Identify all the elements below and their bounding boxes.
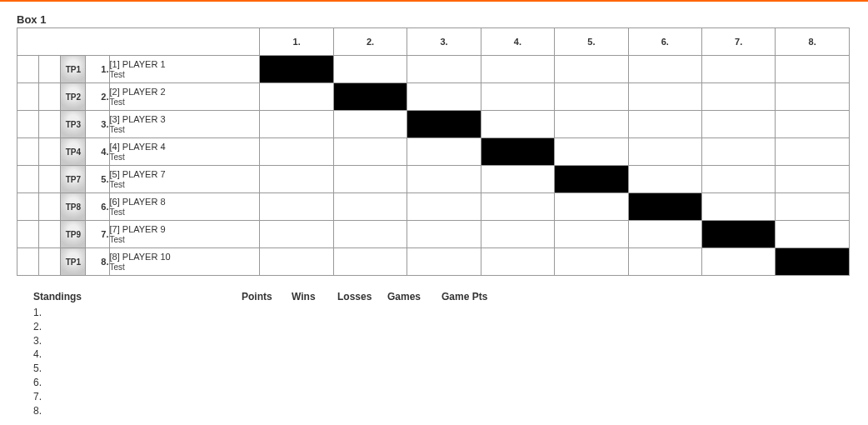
match-cell[interactable] bbox=[260, 248, 333, 276]
match-cell[interactable] bbox=[555, 111, 628, 138]
match-cell[interactable] bbox=[628, 221, 701, 248]
match-cell[interactable] bbox=[776, 221, 850, 248]
match-cell[interactable] bbox=[776, 193, 850, 221]
standings-item: 3. bbox=[33, 334, 217, 348]
table-row: TP18.[8] PLAYER 10Test bbox=[17, 248, 850, 276]
match-cell[interactable] bbox=[555, 138, 628, 166]
match-cell[interactable] bbox=[407, 193, 481, 221]
player-club: Test bbox=[110, 152, 260, 162]
player-name: PLAYER 8 bbox=[122, 197, 166, 207]
player-name-cell: [3] PLAYER 3Test bbox=[109, 111, 260, 138]
player-code: TP7 bbox=[61, 166, 86, 193]
player-club: Test bbox=[110, 180, 260, 190]
match-cell[interactable] bbox=[333, 193, 407, 221]
match-cell[interactable] bbox=[407, 166, 481, 193]
self-cell bbox=[481, 138, 554, 166]
match-cell[interactable] bbox=[702, 193, 776, 221]
match-cell[interactable] bbox=[555, 248, 628, 276]
match-cell[interactable] bbox=[260, 221, 333, 248]
row-stub bbox=[39, 166, 61, 193]
col-header-7: 7. bbox=[702, 28, 776, 56]
match-cell[interactable] bbox=[333, 248, 407, 276]
match-cell[interactable] bbox=[481, 193, 554, 221]
player-name-cell: [1] PLAYER 1Test bbox=[109, 56, 260, 83]
match-cell[interactable] bbox=[555, 221, 628, 248]
player-code: TP8 bbox=[61, 193, 86, 221]
match-cell[interactable] bbox=[628, 56, 701, 83]
match-cell[interactable] bbox=[702, 138, 776, 166]
match-cell[interactable] bbox=[555, 193, 628, 221]
match-cell[interactable] bbox=[407, 221, 481, 248]
player-seed: [6] bbox=[110, 197, 122, 207]
player-number: 2. bbox=[86, 83, 109, 111]
col-games: Games bbox=[387, 291, 433, 302]
match-cell[interactable] bbox=[481, 166, 554, 193]
match-cell[interactable] bbox=[628, 138, 701, 166]
match-cell[interactable] bbox=[702, 248, 776, 276]
match-cell[interactable] bbox=[628, 166, 701, 193]
player-number: 1. bbox=[86, 56, 109, 83]
player-code: TP2 bbox=[61, 83, 86, 111]
row-stub bbox=[39, 83, 61, 111]
match-cell[interactable] bbox=[407, 138, 481, 166]
match-cell[interactable] bbox=[407, 248, 481, 276]
player-seed: [4] bbox=[110, 142, 122, 152]
match-cell[interactable] bbox=[481, 56, 554, 83]
match-cell[interactable] bbox=[628, 111, 701, 138]
row-stub bbox=[17, 193, 39, 221]
match-cell[interactable] bbox=[407, 83, 481, 111]
match-cell[interactable] bbox=[555, 83, 628, 111]
match-cell[interactable] bbox=[628, 248, 701, 276]
col-header-4: 4. bbox=[481, 28, 554, 56]
col-header-8: 8. bbox=[776, 28, 850, 56]
match-cell[interactable] bbox=[628, 83, 701, 111]
match-cell[interactable] bbox=[481, 248, 554, 276]
match-cell[interactable] bbox=[776, 111, 850, 138]
match-cell[interactable] bbox=[407, 56, 481, 83]
row-stub bbox=[17, 221, 39, 248]
standings-item: 5. bbox=[33, 362, 217, 376]
player-seed: [7] bbox=[110, 224, 122, 234]
standings-item: 1. bbox=[33, 306, 217, 320]
table-row: TP11.[1] PLAYER 1Test bbox=[17, 56, 850, 83]
match-cell[interactable] bbox=[481, 111, 554, 138]
match-cell[interactable] bbox=[702, 166, 776, 193]
row-stub bbox=[17, 111, 39, 138]
match-cell[interactable] bbox=[260, 111, 333, 138]
match-cell[interactable] bbox=[333, 221, 407, 248]
match-cell[interactable] bbox=[260, 193, 333, 221]
match-cell[interactable] bbox=[776, 56, 850, 83]
col-header-1: 1. bbox=[260, 28, 333, 56]
match-cell[interactable] bbox=[481, 83, 554, 111]
player-code: TP4 bbox=[61, 138, 86, 166]
player-club: Test bbox=[110, 208, 260, 218]
row-stub bbox=[39, 138, 61, 166]
match-cell[interactable] bbox=[260, 138, 333, 166]
match-cell[interactable] bbox=[555, 56, 628, 83]
match-cell[interactable] bbox=[702, 111, 776, 138]
row-stub bbox=[39, 193, 61, 221]
match-cell[interactable] bbox=[260, 83, 333, 111]
match-cell[interactable] bbox=[481, 221, 554, 248]
player-code: TP9 bbox=[61, 221, 86, 248]
player-name: PLAYER 9 bbox=[122, 224, 166, 234]
player-code: TP1 bbox=[61, 248, 86, 276]
match-cell[interactable] bbox=[776, 83, 850, 111]
match-cell[interactable] bbox=[333, 166, 407, 193]
match-cell[interactable] bbox=[702, 56, 776, 83]
player-club: Test bbox=[110, 235, 260, 245]
match-cell[interactable] bbox=[260, 166, 333, 193]
row-stub bbox=[39, 221, 61, 248]
player-number: 7. bbox=[86, 221, 109, 248]
player-name: PLAYER 10 bbox=[122, 252, 171, 262]
standings-item: 2. bbox=[33, 320, 217, 334]
match-cell[interactable] bbox=[333, 111, 407, 138]
match-cell[interactable] bbox=[333, 138, 407, 166]
match-cell[interactable] bbox=[776, 138, 850, 166]
standings-list: 1.2.3.4.5.6.7.8. bbox=[33, 306, 217, 418]
match-cell[interactable] bbox=[333, 56, 407, 83]
match-cell[interactable] bbox=[776, 166, 850, 193]
col-wins: Wins bbox=[292, 291, 329, 302]
match-cell[interactable] bbox=[702, 83, 776, 111]
col-losses: Losses bbox=[337, 291, 379, 302]
